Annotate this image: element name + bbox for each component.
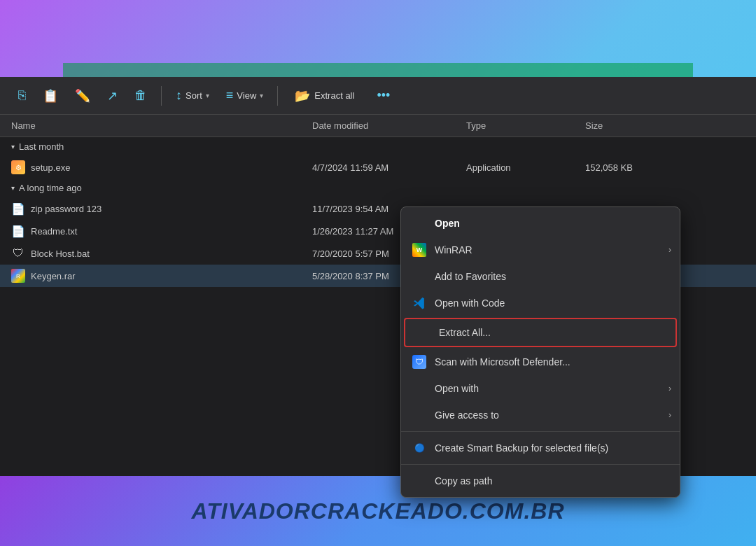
- keygen-rar-icon: R: [11, 269, 25, 283]
- open-label: Open: [435, 218, 460, 229]
- rename-button[interactable]: ✏️: [68, 84, 97, 108]
- menu-item-open[interactable]: Open: [401, 210, 680, 237]
- open-with-icon: [412, 382, 426, 396]
- paste-button[interactable]: 📋: [36, 84, 65, 108]
- paste-icon: 📋: [43, 88, 58, 104]
- file-row-setup-exe[interactable]: ⚙ setup.exe 4/7/2024 11:59 AM Applicatio…: [0, 156, 756, 178]
- setup-exe-name: setup.exe: [31, 162, 70, 173]
- group-last-month-label: Last month: [19, 141, 64, 152]
- zip-password-name: zip password 123: [31, 204, 102, 214]
- copy-path-label: Copy as path: [435, 475, 493, 486]
- col-header-size[interactable]: Size: [574, 118, 756, 134]
- copy-button[interactable]: ⎘: [11, 84, 33, 107]
- more-button[interactable]: •••: [370, 84, 397, 107]
- block-host-name: Block Host.bat: [31, 248, 90, 259]
- share-icon: ↗: [107, 88, 118, 104]
- group-long-time-ago-chevron: ▾: [11, 184, 15, 192]
- setup-exe-size: 152,058 KB: [574, 158, 756, 176]
- rename-icon: ✏️: [75, 88, 90, 104]
- extract-all-menu-label: Extract All...: [439, 327, 491, 338]
- column-headers: Name Date modified Type Size: [0, 115, 756, 137]
- delete-icon: 🗑: [134, 88, 147, 103]
- readme-name: Readme.txt: [31, 226, 77, 237]
- col-header-name[interactable]: Name: [0, 118, 301, 134]
- delete-button[interactable]: 🗑: [127, 84, 154, 107]
- file-name-block-host: 🛡 Block Host.bat: [0, 244, 301, 262]
- extract-all-button[interactable]: 📂 Extract all: [285, 84, 364, 108]
- zip-password-icon: 📄: [11, 202, 25, 216]
- block-host-icon: 🛡: [11, 246, 25, 260]
- file-name-keygen: R Keygen.rar: [0, 267, 301, 285]
- smart-backup-label: Create Smart Backup for selected file(s): [435, 442, 608, 454]
- sort-label: Sort: [186, 90, 202, 101]
- extract-all-menu-icon: [416, 326, 430, 340]
- view-icon: ≡: [226, 88, 234, 103]
- setup-exe-type: Application: [455, 158, 574, 176]
- menu-item-scan-defender[interactable]: 🛡 Scan with Microsoft Defender...: [401, 349, 680, 375]
- menu-item-give-access[interactable]: Give access to ›: [401, 402, 680, 428]
- vscode-icon: [412, 296, 426, 310]
- menu-item-add-favorites[interactable]: Add to Favorites: [401, 263, 680, 290]
- favorites-icon: [412, 270, 426, 284]
- toolbar-sep-1: [161, 86, 162, 106]
- sort-button[interactable]: ↕ Sort ▾: [169, 84, 216, 107]
- winrar-arrow: ›: [668, 245, 671, 255]
- menu-item-open-with[interactable]: Open with ›: [401, 375, 680, 402]
- open-with-arrow: ›: [668, 384, 671, 393]
- group-last-month-chevron: ▾: [11, 143, 15, 150]
- give-access-arrow: ›: [668, 410, 671, 420]
- menu-item-copy-path[interactable]: Copy as path: [401, 468, 680, 494]
- menu-item-winrar[interactable]: W WinRAR ›: [401, 237, 680, 263]
- context-menu: Open W WinRAR › Add to Favorites Open wi…: [400, 206, 680, 498]
- menu-item-extract-all[interactable]: Extract All...: [404, 318, 677, 347]
- sort-chevron: ▾: [206, 92, 209, 99]
- scan-defender-label: Scan with Microsoft Defender...: [435, 356, 570, 368]
- add-favorites-label: Add to Favorites: [435, 271, 506, 282]
- winrar-icon: W: [412, 243, 426, 257]
- toolbar-sep-2: [277, 86, 278, 106]
- readme-icon: 📄: [11, 224, 25, 238]
- backup-icon: 🔵: [412, 441, 426, 455]
- toolbar: ⎘ 📋 ✏️ ↗ 🗑 ↕ Sort ▾ ≡ View ▾ 📂 Extract a: [0, 77, 756, 115]
- open-icon: [412, 216, 426, 230]
- menu-separator-1: [401, 431, 680, 432]
- keygen-rar-name: Keygen.rar: [31, 271, 76, 281]
- view-button[interactable]: ≡ View ▾: [219, 84, 270, 107]
- menu-separator-2: [401, 464, 680, 465]
- view-label: View: [237, 90, 256, 101]
- menu-item-open-vscode[interactable]: Open with Code: [401, 290, 680, 316]
- share-button[interactable]: ↗: [100, 84, 125, 108]
- defender-icon: 🛡: [412, 355, 426, 369]
- open-with-label: Open with: [435, 383, 479, 394]
- group-last-month[interactable]: ▾ Last month: [0, 137, 756, 156]
- copy-icon: ⎘: [18, 88, 26, 103]
- col-header-date[interactable]: Date modified: [301, 118, 455, 134]
- col-header-type[interactable]: Type: [455, 118, 574, 134]
- setup-exe-icon: ⚙: [11, 160, 25, 174]
- give-access-label: Give access to: [435, 410, 499, 421]
- group-long-time-ago-label: A long time ago: [19, 183, 82, 193]
- file-name-zip-password: 📄 zip password 123: [0, 200, 301, 218]
- view-chevron: ▾: [260, 92, 263, 99]
- give-access-icon: [412, 408, 426, 422]
- more-icon: •••: [377, 88, 390, 103]
- watermark-text: ATIVADORCRACKEADO.COM.BR: [191, 498, 564, 524]
- file-name-setup: ⚙ setup.exe: [0, 158, 301, 176]
- extract-all-label: Extract all: [314, 90, 354, 101]
- menu-item-smart-backup[interactable]: 🔵 Create Smart Backup for selected file(…: [401, 435, 680, 461]
- sort-icon: ↕: [176, 88, 182, 103]
- file-name-readme: 📄 Readme.txt: [0, 222, 301, 240]
- winrar-label: WinRAR: [435, 244, 472, 255]
- group-long-time-ago[interactable]: ▾ A long time ago: [0, 178, 756, 197]
- open-vscode-label: Open with Code: [435, 298, 505, 309]
- extract-all-icon: 📂: [295, 88, 310, 104]
- copy-path-icon: [412, 474, 426, 488]
- setup-exe-date: 4/7/2024 11:59 AM: [301, 158, 455, 176]
